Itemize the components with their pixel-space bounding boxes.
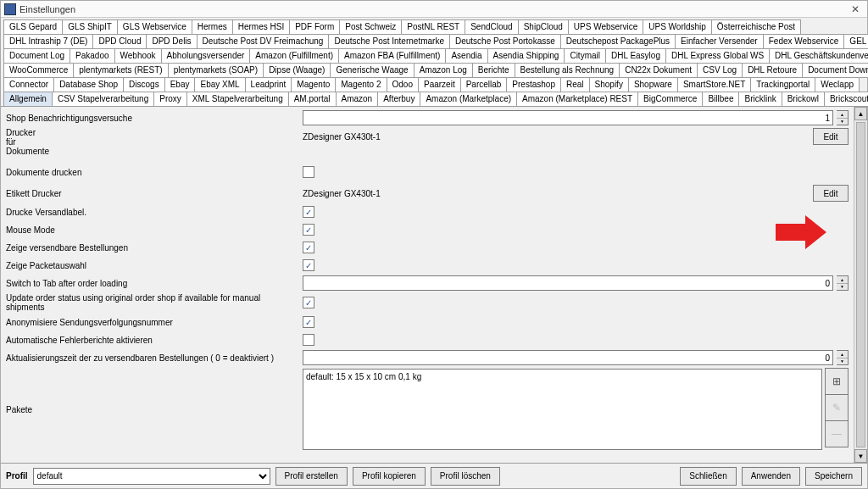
tab-dhl-easylog[interactable]: DHL Easylog [605,48,666,64]
tab-weclapp[interactable]: Weclapp [815,77,860,92]
edit-doc-printer-button[interactable]: Edit [813,128,849,145]
tab-pdf-form[interactable]: PDF Form [289,19,340,35]
tab-paarzeit[interactable]: Paarzeit [418,77,461,92]
checkbox-show-shippable[interactable] [303,242,314,253]
tab-csv-log[interactable]: CSV Log [697,63,743,78]
checkbox-show-packet[interactable] [303,259,314,271]
tab-leadprint[interactable]: Leadprint [245,77,292,92]
tab-parcellab[interactable]: Parcellab [460,77,508,92]
tab-bestellung-als-rechnung[interactable]: Bestellung als Rechnung [515,63,620,78]
tab-magento-2[interactable]: Magento 2 [335,77,387,92]
tab-plentymarkets-soap-[interactable]: plentymarkets (SOAP) [168,63,264,78]
vertical-scrollbar[interactable]: ▲ ▼ [854,107,867,463]
create-profile-button[interactable]: Profil erstellen [275,467,348,486]
input-switch-tab[interactable] [303,275,833,291]
tab-gls-shipit[interactable]: GLS ShipIT [62,19,118,35]
tab-amazon-log[interactable]: Amazon Log [414,63,473,78]
tab-fedex-webservice[interactable]: Fedex Webservice [763,34,845,49]
tab-real[interactable]: Real [560,77,590,92]
tab-prestashop[interactable]: Prestashop [506,77,561,92]
tab-csv-stapelverarbeitung[interactable]: CSV Stapelverarbeitung [52,92,154,107]
checkbox-anon-track[interactable] [303,316,314,328]
tab-plentymarkets-rest-[interactable]: plentymarkets (REST) [73,63,168,78]
tab-afterbuy[interactable]: Afterbuy [377,92,420,107]
tab-webhook[interactable]: Webhook [114,48,162,64]
tab-asendia[interactable]: Asendia [445,48,487,64]
tab-amazon-fba-fulfillment-[interactable]: Amazon FBA (Fulfillment) [338,48,446,64]
tab-amazon-marketplace-rest[interactable]: Amazon (Marketplace) REST [516,92,638,107]
scroll-up-button[interactable]: ▲ [854,107,867,120]
checkbox-print-shipping[interactable] [303,206,314,218]
spinner-notify[interactable]: ▲▼ [837,110,849,125]
textarea-packages[interactable]: default: 15 x 15 x 10 cm 0,1 kg [303,369,822,450]
checkbox-print-docs[interactable] [303,166,314,178]
tab-dpd-cloud[interactable]: DPD Cloud [92,34,147,49]
close-icon[interactable]: ✕ [847,3,864,15]
tab-gls-gepard[interactable]: GLS Gepard [3,19,63,35]
tab-shopware[interactable]: Shopware [628,77,678,92]
scroll-down-button[interactable]: ▼ [854,449,867,463]
tab-postnl-rest[interactable]: PostNL REST [401,19,465,35]
tab-dhl-intraship-7-de-[interactable]: DHL Intraship 7 (DE) [3,34,93,49]
close-button[interactable]: Schließen [680,467,736,486]
profile-select[interactable]: default [33,468,270,485]
spinner-refresh-time[interactable]: ▲▼ [837,350,849,365]
tab-citymail[interactable]: Citymail [564,48,606,64]
tab-einfacher-versender[interactable]: Einfacher Versender [675,34,764,49]
tab-gls-webservice[interactable]: GLS Webservice [117,19,192,35]
tab-proxy[interactable]: Proxy [153,92,187,107]
checkbox-mouse-mode[interactable] [303,224,314,236]
tab-bigcommerce[interactable]: BigCommerce [637,92,703,107]
delete-profile-button[interactable]: Profil löschen [431,467,500,486]
tab-ebay-xml[interactable]: Ebay XML [194,77,245,92]
add-package-button[interactable]: ⊞ [825,368,849,395]
tab-ups-webservice[interactable]: UPS Webservice [568,19,643,35]
tab-document-log[interactable]: Document Log [3,48,70,64]
tab-dhl-gesch-ftskundenversand[interactable]: DHL Geschäftskundenversand [769,48,868,64]
tab--sterreichische-post[interactable]: Österreichische Post [711,19,801,35]
tab-amazon[interactable]: Amazon [336,92,379,107]
tab-document-downloader[interactable]: Document Downloader [802,63,868,78]
tab-hermes[interactable]: Hermes [192,19,233,35]
tab-odoo[interactable]: Odoo [387,77,419,92]
tab-woocommerce[interactable]: WooCommerce [3,63,74,78]
tab-database-shop[interactable]: Database Shop [53,77,124,92]
tab-brickscout[interactable]: Brickscout [824,92,868,107]
tab-dipse-waage-[interactable]: Dipse (Waage) [263,63,331,78]
tab-shopify[interactable]: Shopify [589,77,629,92]
input-refresh-time[interactable] [303,350,833,365]
scroll-thumb[interactable] [856,122,865,447]
tab-dhl-express-global-ws[interactable]: DHL Express Global WS [665,48,770,64]
tab-hermes-hsi[interactable]: Hermes HSI [232,19,290,35]
tab-allgemein[interactable]: Allgemein [3,92,53,107]
tab-connector[interactable]: Connector [3,77,54,92]
edit-label-printer-button[interactable]: Edit [813,185,849,202]
checkbox-update-status[interactable] [303,297,314,308]
remove-package-button[interactable]: — [825,420,849,447]
tab-billbee[interactable]: Billbee [702,92,739,107]
checkbox-auto-error[interactable] [303,334,314,346]
tab-shipcloud[interactable]: ShipCloud [518,19,569,35]
tab-amazon-marketplace-[interactable]: Amazon (Marketplace) [420,92,517,107]
tab-magento[interactable]: Magento [291,77,336,92]
apply-button[interactable]: Anwenden [742,467,800,486]
copy-profile-button[interactable]: Profil kopieren [353,467,426,486]
tab-deutsche-post-internetmarke[interactable]: Deutsche Post Internetmarke [328,34,450,49]
tab-deutsche-post-portokasse[interactable]: Deutsche Post Portokasse [449,34,561,49]
save-button[interactable]: Speichern [805,467,862,486]
tab-pakadoo[interactable]: Pakadoo [70,48,114,64]
tab-amazon-fulfillment-[interactable]: Amazon (Fulfillment) [249,48,339,64]
tab-ups-worldship[interactable]: UPS Worldship [643,19,712,35]
tab-dpd-delis[interactable]: DPD Delis [146,34,197,49]
tab-sendcloud[interactable]: SendCloud [465,19,518,35]
tab-am-portal[interactable]: AM.portal [288,92,337,107]
tab-brickowl[interactable]: Brickowl [782,92,825,107]
tab-xml-stapelverarbeitung[interactable]: XML Stapelverarbeitung [186,92,289,107]
tab-deutsche-post-dv-freimachung[interactable]: Deutsche Post DV Freimachung [197,34,330,49]
tab-ebay[interactable]: Ebay [164,77,196,92]
tab-discogs[interactable]: Discogs [123,77,165,92]
spinner-switch-tab[interactable]: ▲▼ [837,275,849,291]
edit-package-button[interactable]: ✎ [825,394,849,421]
tab-gel-express[interactable]: GEL Express [843,34,868,49]
tab-post-schweiz[interactable]: Post Schweiz [339,19,402,35]
